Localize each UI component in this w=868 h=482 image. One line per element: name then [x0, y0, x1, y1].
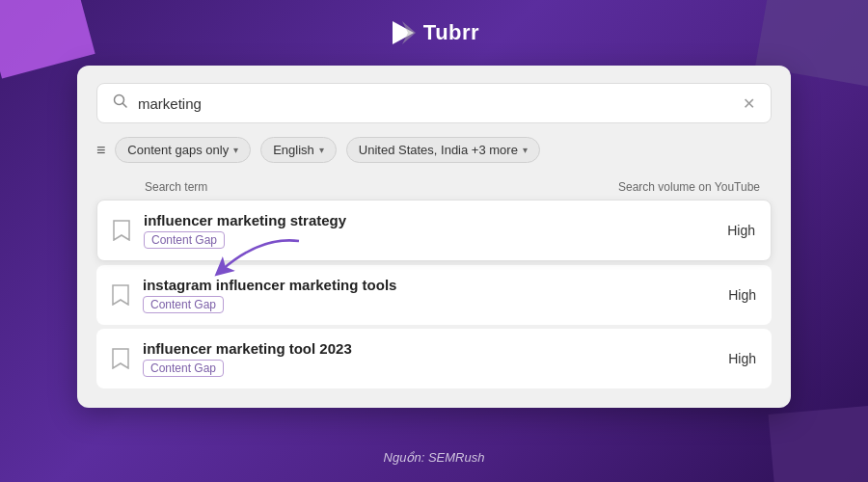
row-title: influencer marketing tool 2023 — [143, 340, 352, 357]
bookmark-icon[interactable] — [113, 220, 130, 241]
source-text: Nguồn: SEMRush — [384, 450, 485, 465]
search-panel: ✕ ≡ Content gaps only ▾ English ▾ United… — [77, 66, 791, 408]
row-content: influencer marketing tool 2023 Content G… — [143, 340, 352, 377]
logo-text: Tubrr — [423, 20, 479, 45]
table-row[interactable]: influencer marketing tool 2023 Content G… — [96, 329, 772, 388]
clear-button[interactable]: ✕ — [743, 94, 755, 113]
search-icon — [113, 94, 128, 113]
bookmark-icon[interactable] — [112, 348, 129, 369]
search-input[interactable] — [138, 95, 743, 112]
bookmark-icon[interactable] — [112, 284, 129, 306]
row-content: influencer marketing strategy Content Ga… — [144, 212, 346, 249]
table-row[interactable]: influencer marketing strategy Content Ga… — [96, 200, 772, 261]
language-label: English — [273, 143, 314, 157]
main-container: Tubrr ✕ ≡ Content gaps only ▾ English — [0, 0, 868, 482]
row-title: instagram influencer marketing tools — [143, 277, 396, 293]
location-filter[interactable]: United States, India +3 more ▾ — [346, 137, 540, 163]
location-label: United States, India +3 more — [359, 143, 518, 157]
header: Tubrr — [389, 19, 479, 46]
chevron-down-icon: ▾ — [233, 145, 238, 155]
chevron-down-icon: ▾ — [523, 145, 528, 155]
content-gaps-filter[interactable]: Content gaps only ▾ — [115, 137, 251, 163]
content-gap-badge: Content Gap — [143, 296, 224, 313]
filter-bar: ≡ Content gaps only ▾ English ▾ United S… — [96, 137, 772, 163]
row-left: influencer marketing tool 2023 Content G… — [112, 340, 352, 377]
row-volume: High — [728, 351, 756, 366]
table-header: Search term Search volume on YouTube — [96, 173, 772, 200]
footer: Nguồn: SEMRush — [384, 442, 485, 472]
col-volume: Search volume on YouTube — [618, 180, 760, 194]
content-gap-badge: Content Gap — [144, 231, 225, 249]
table-body: influencer marketing strategy Content Ga… — [96, 200, 772, 388]
row-volume: High — [727, 223, 755, 238]
table-row[interactable]: instagram influencer marketing tools Con… — [96, 265, 772, 325]
chevron-down-icon: ▾ — [319, 145, 324, 155]
search-bar: ✕ — [96, 83, 772, 123]
row-title: influencer marketing strategy — [144, 212, 346, 228]
svg-line-3 — [123, 104, 127, 108]
content-gaps-label: Content gaps only — [127, 143, 229, 157]
col-search-term: Search term — [145, 180, 207, 194]
row-left: influencer marketing strategy Content Ga… — [113, 212, 346, 249]
language-filter[interactable]: English ▾ — [260, 137, 337, 163]
filter-menu-icon[interactable]: ≡ — [96, 142, 105, 159]
row-content: instagram influencer marketing tools Con… — [143, 277, 396, 313]
logo-icon — [389, 19, 416, 46]
content-gap-badge: Content Gap — [143, 360, 224, 377]
row-left: instagram influencer marketing tools Con… — [112, 277, 396, 313]
row-volume: High — [728, 287, 756, 303]
